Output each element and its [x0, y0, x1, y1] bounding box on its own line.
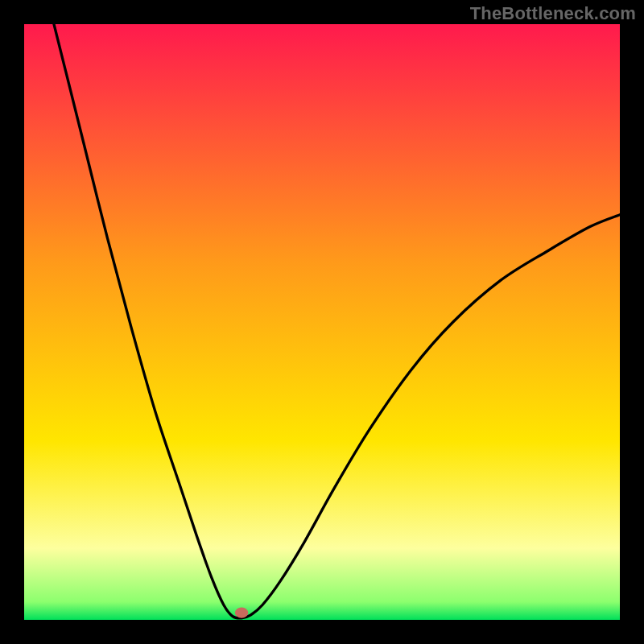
chart-stage: TheBottleneck.com [0, 0, 644, 644]
chart-svg [24, 24, 620, 620]
gradient-background [24, 24, 620, 620]
optimum-marker [235, 607, 248, 617]
plot-area [24, 24, 620, 620]
watermark-text: TheBottleneck.com [470, 3, 636, 24]
